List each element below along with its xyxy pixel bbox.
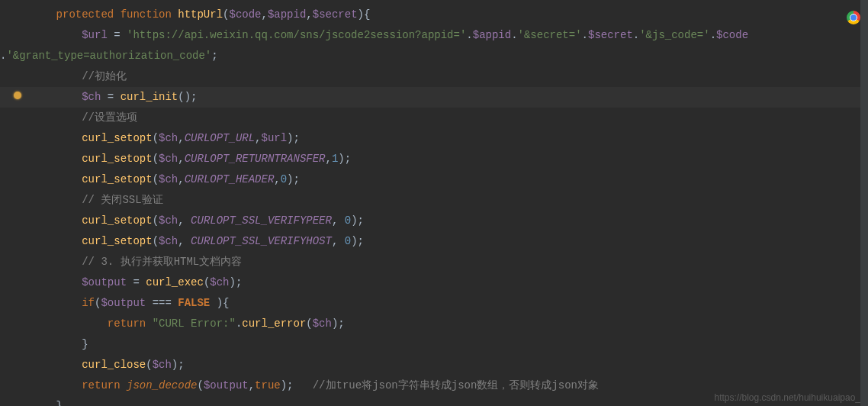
code-line: // 关闭SSL验证 <box>0 190 868 211</box>
code-line: curl_setopt($ch,CURLOPT_RETURNTRANSFER,1… <box>0 149 868 169</box>
code-line: curl_setopt($ch,CURLOPT_HEADER,0); <box>0 169 868 190</box>
code-line: protected function httpUrl($code,$appid,… <box>0 5 868 25</box>
code-line: curl_setopt($ch, CURLOPT_SSL_VERIFYPEER,… <box>0 211 868 231</box>
watermark-text: https://blog.csdn.net/huihuikuaipao_ <box>715 392 860 403</box>
code-line-current: $ch = curl_init(); <box>0 87 868 108</box>
code-line: curl_close($ch); <box>0 355 868 375</box>
code-editor[interactable]: protected function httpUrl($code,$appid,… <box>0 0 868 406</box>
code-line: .'&grant_type=authorization_code'; <box>0 46 868 66</box>
code-line: curl_setopt($ch, CURLOPT_SSL_VERIFYHOST,… <box>0 231 868 252</box>
code-line: $output = curl_exec($ch); <box>0 272 868 293</box>
code-line: // 3. 执行并获取HTML文档内容 <box>0 252 868 272</box>
bulb-icon[interactable] <box>14 92 21 99</box>
code-line: } <box>0 334 868 355</box>
vertical-scrollbar[interactable] <box>860 0 868 406</box>
code-line: curl_setopt($ch,CURLOPT_URL,$url); <box>0 128 868 149</box>
code-line: return "CURL Error:".curl_error($ch); <box>0 314 868 334</box>
code-line: $url = 'https://api.weixin.qq.com/sns/js… <box>0 25 868 46</box>
code-line: //初始化 <box>0 66 868 87</box>
code-line: //设置选项 <box>0 108 868 128</box>
code-line: if($output === FALSE ){ <box>0 293 868 314</box>
